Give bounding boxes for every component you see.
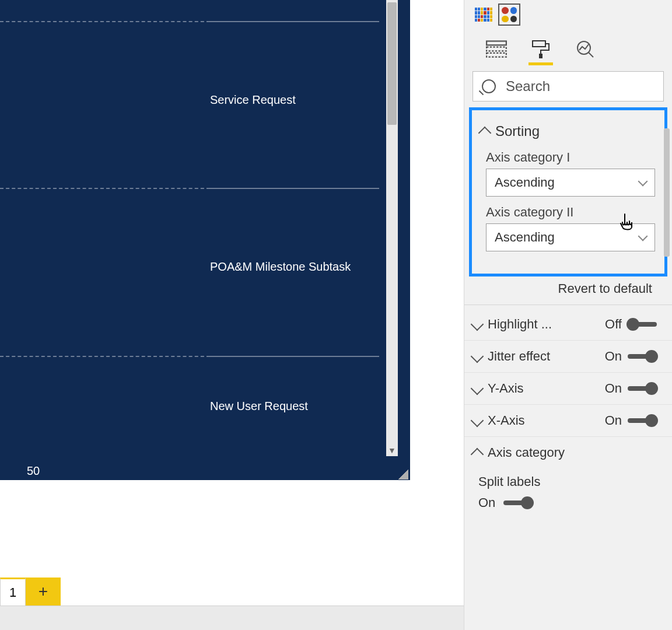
axis2-dropdown[interactable]: Ascending <box>486 223 655 251</box>
row-label-service-request: Service Request <box>210 93 296 107</box>
row-axiscat-label: Axis category <box>488 445 565 460</box>
svg-rect-4 <box>539 54 542 58</box>
row-yaxis-state: On <box>605 381 622 396</box>
sorting-header[interactable]: Sorting <box>478 120 659 148</box>
page-tab-1[interactable]: 1 <box>0 578 26 606</box>
viz-type-matrix-icon[interactable] <box>473 4 495 26</box>
chevron-up-icon <box>471 448 484 461</box>
panel-scrollbar[interactable] <box>663 117 671 630</box>
pane-tabs <box>464 30 672 64</box>
row-yaxis[interactable]: Y-Axis On <box>464 373 672 405</box>
sorting-title: Sorting <box>495 123 540 139</box>
chevron-down-icon <box>638 232 648 242</box>
svg-line-6 <box>589 52 593 57</box>
split-labels-label: Split labels <box>464 468 672 492</box>
visual-background[interactable]: Service Request POA&M Milestone Subtask … <box>0 0 410 480</box>
report-canvas[interactable]: Service Request POA&M Milestone Subtask … <box>0 0 464 630</box>
svg-rect-0 <box>487 41 506 46</box>
row-jitter-label: Jitter effect <box>488 349 550 364</box>
chevron-down-icon <box>471 318 484 331</box>
page-tab-label: 1 <box>9 585 16 600</box>
row-xaxis-label: X-Axis <box>488 413 525 428</box>
chevron-down-icon <box>471 350 484 363</box>
row-xaxis-state: On <box>605 413 622 428</box>
viz-type-custom-icon[interactable] <box>498 4 520 26</box>
plus-icon: + <box>38 582 48 601</box>
panel-scroll-thumb[interactable] <box>664 128 670 257</box>
axis2-label: Axis category II <box>486 205 659 220</box>
search-wrap <box>473 71 664 102</box>
row-yaxis-toggle[interactable] <box>628 386 657 391</box>
visualizations-pane: Sorting Axis category I Ascending Axis c… <box>464 0 672 630</box>
row-xaxis-toggle[interactable] <box>628 418 657 423</box>
chevron-down-icon <box>471 414 484 428</box>
row-yaxis-label: Y-Axis <box>488 381 524 396</box>
paint-roller-icon <box>530 40 551 58</box>
row-highlight-toggle[interactable] <box>628 322 657 327</box>
visual-scroll-thumb[interactable] <box>387 2 397 125</box>
split-labels-state: On <box>478 495 495 510</box>
axis1-dropdown[interactable]: Ascending <box>486 169 655 197</box>
search-icon <box>482 79 496 93</box>
sorting-section: Sorting Axis category I Ascending Axis c… <box>469 107 667 276</box>
row-highlight-label: Highlight ... <box>488 317 552 332</box>
revert-to-default-link[interactable]: Revert to default <box>464 276 672 301</box>
x-axis-tick-50: 50 <box>27 464 40 478</box>
split-labels-toggle[interactable] <box>503 501 533 505</box>
format-tab[interactable] <box>525 34 556 64</box>
svg-rect-3 <box>533 41 545 47</box>
row-jitter-state: On <box>605 349 622 364</box>
axis2-value: Ascending <box>495 230 555 245</box>
viz-type-row <box>464 2 672 30</box>
analytics-icon <box>575 40 596 58</box>
axis1-label: Axis category I <box>486 150 659 165</box>
svg-rect-2 <box>487 53 506 57</box>
visual-scroll-down-icon[interactable]: ▼ <box>386 444 398 456</box>
row-axis-category[interactable]: Axis category <box>464 437 672 468</box>
row-highlight[interactable]: Highlight ... Off <box>464 309 672 341</box>
svg-rect-1 <box>487 47 506 51</box>
chevron-down-icon <box>471 382 484 396</box>
chevron-down-icon <box>638 177 648 187</box>
fields-icon <box>486 40 507 58</box>
visual-scrollbar[interactable]: ▼ <box>386 0 398 456</box>
row-xaxis[interactable]: X-Axis On <box>464 405 672 437</box>
axis1-value: Ascending <box>495 175 555 190</box>
search-input[interactable] <box>473 71 664 102</box>
row-highlight-state: Off <box>605 317 622 332</box>
visual-resize-handle-icon[interactable] <box>398 469 408 480</box>
row-label-new-user: New User Request <box>210 400 308 413</box>
row-jitter[interactable]: Jitter effect On <box>464 341 672 373</box>
row-jitter-toggle[interactable] <box>628 354 657 359</box>
chevron-up-icon <box>478 127 492 140</box>
status-bar <box>0 606 464 630</box>
page-tabs: 1 + <box>0 578 61 606</box>
add-page-button[interactable]: + <box>26 578 61 606</box>
row-label-poam: POA&M Milestone Subtask <box>210 260 351 274</box>
analytics-tab[interactable] <box>569 34 601 64</box>
fields-tab[interactable] <box>481 34 512 64</box>
